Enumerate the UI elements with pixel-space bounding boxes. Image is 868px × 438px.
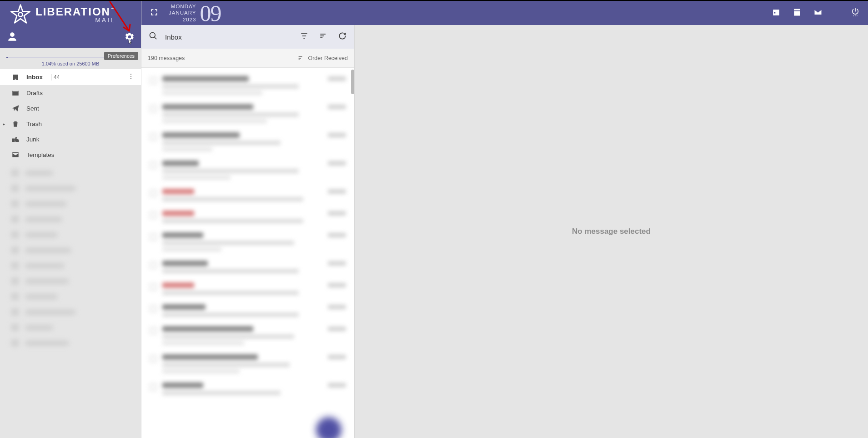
power-icon[interactable] xyxy=(851,7,860,19)
list-item[interactable] xyxy=(147,156,349,184)
sent-icon xyxy=(11,104,20,112)
contacts-icon[interactable] xyxy=(793,8,802,19)
templates-icon xyxy=(11,151,20,159)
date-dow: MONDAY xyxy=(169,3,196,10)
list-infobar: 190 messages Order Received xyxy=(141,49,354,68)
folder-label: Drafts xyxy=(26,90,43,96)
date-words: MONDAY JANUARY 2023 xyxy=(169,3,196,23)
date-year: 2023 xyxy=(169,16,196,23)
message-list[interactable] xyxy=(141,68,354,438)
folder-inbox[interactable]: Inbox 44 xyxy=(0,69,141,85)
blurred-folders xyxy=(0,162,141,353)
quota-text: 1.04% used on 25600 MB xyxy=(0,61,141,69)
app-root: LIBERATION™ MAIL xyxy=(0,1,868,438)
folder-label: Junk xyxy=(26,136,40,143)
folder-label: Templates xyxy=(26,151,55,158)
list-item[interactable] xyxy=(147,322,349,350)
user-row xyxy=(6,31,135,45)
refresh-icon[interactable] xyxy=(338,31,347,42)
searchbar xyxy=(141,25,354,49)
folder-label: Inbox xyxy=(26,74,43,81)
sort-icon[interactable] xyxy=(319,31,328,42)
folder-label: Trash xyxy=(26,121,42,127)
svg-point-3 xyxy=(130,78,131,79)
logo-title: LIBERATION™ xyxy=(35,6,115,17)
drafts-icon xyxy=(11,89,20,97)
svg-point-0 xyxy=(18,12,22,16)
search-icon[interactable] xyxy=(149,31,158,42)
date-day: 09 xyxy=(200,1,221,26)
message-list-column: 190 messages Order Received xyxy=(141,25,355,438)
main: MONDAY JANUARY 2023 09 xyxy=(141,1,868,438)
avatar-icon[interactable] xyxy=(6,31,18,45)
sort-label: Order Received xyxy=(308,55,348,61)
list-item[interactable] xyxy=(147,256,349,278)
mail-icon[interactable] xyxy=(813,8,823,19)
list-item[interactable] xyxy=(147,300,349,322)
list-item[interactable] xyxy=(147,184,349,206)
calendar-icon[interactable] xyxy=(772,8,781,19)
quota-used xyxy=(6,57,8,58)
folder-count: 44 xyxy=(51,74,60,81)
cursor-pointer-icon xyxy=(126,38,134,48)
folder-list: Inbox 44 Drafts Sent ▸ Trash Junk xyxy=(0,69,141,162)
list-item[interactable] xyxy=(147,228,349,256)
list-item[interactable] xyxy=(147,278,349,300)
search-input[interactable] xyxy=(165,33,292,41)
folder-trash[interactable]: ▸ Trash xyxy=(0,116,141,131)
folder-junk[interactable]: Junk xyxy=(0,131,141,147)
expand-caret-icon[interactable]: ▸ xyxy=(3,121,5,126)
list-item[interactable] xyxy=(147,71,349,100)
list-item[interactable] xyxy=(147,350,349,378)
svg-rect-7 xyxy=(794,10,800,11)
list-item[interactable] xyxy=(147,378,349,400)
folder-more-button[interactable] xyxy=(127,73,135,81)
sidebar: LIBERATION™ MAIL xyxy=(0,1,141,438)
sidebar-header: LIBERATION™ MAIL xyxy=(0,1,141,48)
topbar: MONDAY JANUARY 2023 09 xyxy=(141,1,868,25)
app-logo: LIBERATION™ MAIL xyxy=(10,4,115,26)
sort-small-icon xyxy=(297,55,305,62)
date-widget[interactable]: MONDAY JANUARY 2023 09 xyxy=(169,1,221,26)
list-item[interactable] xyxy=(147,206,349,228)
filter-icon[interactable] xyxy=(300,31,309,42)
svg-point-8 xyxy=(853,15,854,16)
logo-text-block: LIBERATION™ MAIL xyxy=(35,6,115,24)
topbar-app-icons xyxy=(772,8,823,19)
reading-pane: No message selected xyxy=(355,25,868,438)
svg-point-2 xyxy=(130,76,131,77)
inbox-icon xyxy=(11,73,20,81)
svg-rect-6 xyxy=(794,9,800,15)
empty-state-text: No message selected xyxy=(572,227,651,236)
folder-label: Sent xyxy=(26,105,39,112)
svg-point-10 xyxy=(857,15,858,16)
compose-fab[interactable] xyxy=(316,417,341,438)
list-item[interactable] xyxy=(147,100,349,128)
message-count: 190 messages xyxy=(148,55,185,61)
list-item[interactable] xyxy=(147,128,349,156)
preferences-tooltip: Preferences xyxy=(104,52,138,60)
svg-point-9 xyxy=(855,15,856,16)
svg-point-1 xyxy=(130,74,131,75)
folder-drafts[interactable]: Drafts xyxy=(0,85,141,101)
svg-rect-5 xyxy=(774,12,775,13)
fullscreen-icon[interactable] xyxy=(150,8,159,19)
trash-icon xyxy=(11,120,20,128)
sort-dropdown[interactable]: Order Received xyxy=(297,55,348,62)
date-month: JANUARY xyxy=(169,10,196,16)
junk-icon xyxy=(11,135,20,143)
folder-sent[interactable]: Sent xyxy=(0,101,141,116)
logo-star-icon xyxy=(10,4,31,26)
folder-templates[interactable]: Templates xyxy=(0,147,141,162)
content: 190 messages Order Received No message s… xyxy=(141,25,868,438)
